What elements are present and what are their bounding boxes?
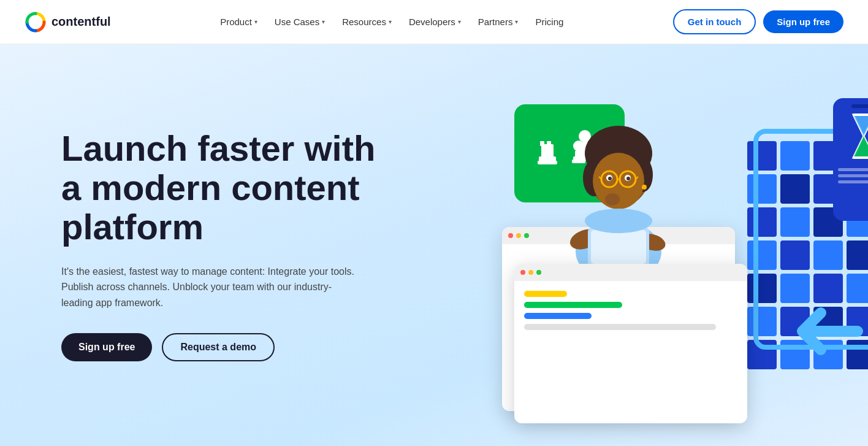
illustration-container <box>478 92 868 411</box>
chevron-down-icon: ▾ <box>389 18 392 25</box>
get-in-touch-button[interactable]: Get in touch <box>673 9 756 34</box>
svg-point-71 <box>605 193 620 206</box>
maximize-dot-front <box>536 270 541 275</box>
minimize-dot <box>516 233 521 238</box>
arrow-icon <box>790 301 864 362</box>
maximize-dot <box>524 233 529 238</box>
svg-point-67 <box>608 177 612 180</box>
logo-text: contentful <box>51 15 111 29</box>
svg-point-70 <box>585 209 652 233</box>
hero-content: Launch faster with a modern content plat… <box>0 44 478 446</box>
nav-resources[interactable]: Resources ▾ <box>335 12 399 32</box>
hero-title: Launch faster with a modern content plat… <box>61 129 405 246</box>
browser-bar-front <box>514 264 747 281</box>
gray-bar-front <box>524 324 716 330</box>
hero-illustration <box>478 44 868 446</box>
hero-demo-button[interactable]: Request a demo <box>162 333 275 361</box>
chevron-down-icon: ▾ <box>254 18 257 25</box>
hero-description: It's the easiest, fastest way to manage … <box>61 264 356 311</box>
sign-up-button[interactable]: Sign up free <box>763 10 843 33</box>
chevron-down-icon: ▾ <box>322 18 325 25</box>
nav-use-cases[interactable]: Use Cases ▾ <box>267 12 332 32</box>
svg-point-69 <box>642 185 647 190</box>
close-dot-front <box>520 270 525 275</box>
chevron-down-icon: ▾ <box>515 18 518 25</box>
hourglass-icon <box>848 112 868 161</box>
nav-developers[interactable]: Developers ▾ <box>402 12 468 32</box>
svg-point-68 <box>626 177 630 180</box>
hero-section: Launch faster with a modern content plat… <box>0 44 868 446</box>
nav-product[interactable]: Product ▾ <box>213 12 265 32</box>
logo-link[interactable]: contentful <box>25 11 111 33</box>
close-dot <box>508 233 513 238</box>
minimize-dot-front <box>528 270 533 275</box>
svg-rect-54 <box>591 230 646 264</box>
navbar-actions: Get in touch Sign up free <box>673 9 843 34</box>
phone-content-lines <box>838 168 868 183</box>
hero-signup-button[interactable]: Sign up free <box>61 333 152 361</box>
chevron-down-icon: ▾ <box>458 18 461 25</box>
navbar: contentful Product ▾ Use Cases ▾ Resourc… <box>0 0 868 44</box>
blue-bar-front <box>524 313 592 319</box>
browser-front-content <box>514 281 747 340</box>
nav-partners[interactable]: Partners ▾ <box>471 12 526 32</box>
browser-window-front <box>514 264 747 423</box>
logo-icon <box>25 11 47 33</box>
phone-card <box>833 98 868 221</box>
green-bar-front <box>524 302 622 308</box>
nav-pricing[interactable]: Pricing <box>528 12 571 32</box>
yellow-bar-front <box>524 291 567 297</box>
svg-rect-39 <box>547 141 551 146</box>
phone-notch <box>851 104 868 108</box>
svg-rect-38 <box>540 141 544 146</box>
main-nav: Product ▾ Use Cases ▾ Resources ▾ Develo… <box>213 12 571 32</box>
hero-cta-group: Sign up free Request a demo <box>61 333 441 361</box>
content-row-1 <box>524 291 737 297</box>
